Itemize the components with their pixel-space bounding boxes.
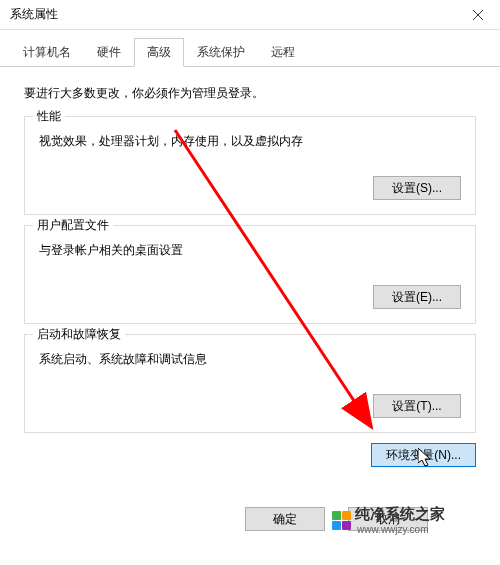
- performance-title: 性能: [33, 108, 65, 125]
- profiles-title: 用户配置文件: [33, 217, 113, 234]
- tab-system-protection[interactable]: 系统保护: [184, 38, 258, 67]
- close-button[interactable]: [455, 0, 500, 30]
- cancel-button[interactable]: 取消: [348, 507, 428, 531]
- intro-text: 要进行大多数更改，你必须作为管理员登录。: [24, 85, 476, 102]
- performance-section: 性能 视觉效果，处理器计划，内存使用，以及虚拟内存 设置(S)...: [24, 116, 476, 215]
- env-var-row: 环境变量(N)...: [24, 443, 476, 467]
- startup-desc: 系统启动、系统故障和调试信息: [39, 351, 461, 368]
- ok-button[interactable]: 确定: [245, 507, 325, 531]
- startup-settings-button[interactable]: 设置(T)...: [373, 394, 461, 418]
- tab-remote[interactable]: 远程: [258, 38, 308, 67]
- profiles-desc: 与登录帐户相关的桌面设置: [39, 242, 461, 259]
- tab-advanced[interactable]: 高级: [134, 38, 184, 67]
- performance-settings-button[interactable]: 设置(S)...: [373, 176, 461, 200]
- startup-title: 启动和故障恢复: [33, 326, 125, 343]
- tab-hardware[interactable]: 硬件: [84, 38, 134, 67]
- tab-content: 要进行大多数更改，你必须作为管理员登录。 性能 视觉效果，处理器计划，内存使用，…: [0, 67, 500, 477]
- startup-section: 启动和故障恢复 系统启动、系统故障和调试信息 设置(T)...: [24, 334, 476, 433]
- titlebar: 系统属性: [0, 0, 500, 30]
- profiles-section: 用户配置文件 与登录帐户相关的桌面设置 设置(E)...: [24, 225, 476, 324]
- environment-variables-button[interactable]: 环境变量(N)...: [371, 443, 476, 467]
- window-title: 系统属性: [10, 6, 58, 23]
- profiles-settings-button[interactable]: 设置(E)...: [373, 285, 461, 309]
- tab-computer-name[interactable]: 计算机名: [10, 38, 84, 67]
- performance-desc: 视觉效果，处理器计划，内存使用，以及虚拟内存: [39, 133, 461, 150]
- tab-bar: 计算机名 硬件 高级 系统保护 远程: [0, 30, 500, 67]
- close-icon: [473, 10, 483, 20]
